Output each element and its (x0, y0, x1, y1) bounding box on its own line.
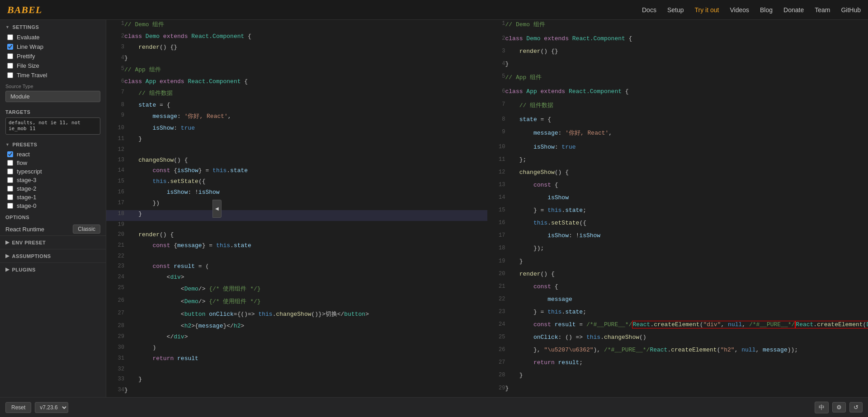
table-row: 13 changeShow() { (106, 156, 487, 167)
filesize-checkbox[interactable] (7, 63, 13, 69)
preset-flow[interactable]: flow (0, 159, 106, 167)
preset-stage3[interactable]: stage-3 (0, 176, 106, 184)
footer-left: Reset v7.23.6 (5, 402, 68, 413)
table-row: 25 <Demo/> {/* 使用组件 */} (106, 284, 487, 297)
nav-videos[interactable]: Videos (730, 6, 749, 14)
table-row: 32 (106, 365, 487, 375)
table-row: 7 // 组件数据 (487, 101, 868, 116)
main-area: ▼ SETTINGS Evaluate Line Wrap Prettify F… (0, 20, 868, 397)
preset-flow-checkbox[interactable] (7, 160, 13, 166)
evaluate-label: Evaluate (17, 34, 40, 41)
table-row: 8 state = { (106, 101, 487, 112)
prettify-checkbox[interactable] (7, 53, 13, 59)
targets-label: TARGETS (5, 109, 30, 115)
table-row: 28 } (487, 371, 868, 384)
timetravel-option[interactable]: Time Travel (0, 70, 106, 80)
table-row: 15 } = this.state; (487, 206, 868, 219)
chinese-icon-button[interactable]: 中 (815, 402, 829, 413)
table-row: 30 ) (106, 344, 487, 355)
table-row: 12 changeShow() { (487, 169, 868, 181)
preset-stage2[interactable]: stage-2 (0, 184, 106, 193)
table-row: 6class App extends React.Component { (106, 78, 487, 89)
table-row: 22 (106, 253, 487, 262)
preset-stage1-label: stage-1 (17, 194, 36, 201)
table-row: 4} (106, 54, 487, 65)
module-button[interactable]: Module (5, 91, 100, 102)
preset-typescript-label: typescript (17, 168, 42, 175)
table-row: 18 }); (487, 244, 868, 257)
filesize-label: File Size (17, 62, 39, 69)
reset-button[interactable]: Reset (5, 402, 31, 413)
nav-setup[interactable]: Setup (667, 6, 684, 14)
table-row: 14 isShow (487, 194, 868, 206)
table-row: 7 // 组件数据 (106, 89, 487, 101)
settings-label: SETTINGS (12, 24, 39, 30)
preset-stage3-label: stage-3 (17, 177, 36, 183)
table-row: 20 render() { (106, 231, 487, 242)
table-row: 27 return result; (487, 359, 868, 371)
evaluate-option[interactable]: Evaluate (0, 33, 106, 42)
timetravel-checkbox[interactable] (7, 72, 13, 78)
nav-github[interactable]: GitHub (841, 6, 861, 14)
prettify-option[interactable]: Prettify (0, 52, 106, 61)
linewrap-checkbox[interactable] (7, 44, 13, 50)
preset-stage3-checkbox[interactable] (7, 177, 13, 183)
table-row: 11 }; (487, 156, 868, 169)
table-row: 24 <div> (106, 273, 487, 284)
presets-section[interactable]: ▼ PRESETS (0, 137, 106, 150)
nav-team[interactable]: Team (815, 6, 830, 14)
preset-typescript-checkbox[interactable] (7, 169, 13, 174)
assumptions-arrow: ▶ (5, 253, 9, 259)
preset-flow-label: flow (17, 159, 27, 166)
filesize-option[interactable]: File Size (0, 61, 106, 70)
plugins-section[interactable]: ▶ PLUGINS (0, 262, 106, 276)
nav-docs[interactable]: Docs (642, 6, 656, 14)
babel-logo: BABEL (7, 4, 42, 16)
targets-input[interactable]: defaults, not ie 11, not ie_mob 11 (5, 117, 100, 135)
input-panel[interactable]: 1// Demo 组件 2class Demo extends React.Co… (106, 20, 487, 397)
table-row: 34} (106, 386, 487, 397)
table-row: 2class Demo extends React.Component { (106, 33, 487, 43)
nav-donate[interactable]: Donate (783, 6, 804, 14)
preset-typescript[interactable]: typescript (0, 167, 106, 176)
table-row: 1// Demo 组件 (106, 20, 487, 33)
preset-stage0-checkbox[interactable] (7, 203, 13, 209)
source-type-label: Source Type (0, 80, 106, 91)
table-row: 16 this.setState({ (487, 219, 868, 232)
table-row: 21 const {message} = this.state (106, 242, 487, 253)
table-row: 19 } (487, 258, 868, 270)
version-select[interactable]: v7.23.6 (35, 402, 68, 413)
preset-stage0[interactable]: stage-0 (0, 201, 106, 210)
table-row: 29 </div> (106, 333, 487, 344)
preset-stage2-checkbox[interactable] (7, 186, 13, 192)
evaluate-checkbox[interactable] (7, 34, 13, 40)
preset-react[interactable]: react (0, 150, 106, 159)
preset-react-checkbox[interactable] (7, 151, 13, 157)
settings-section[interactable]: ▼ SETTINGS (0, 20, 106, 33)
collapse-button[interactable]: ◀ (212, 200, 222, 218)
table-row: 8 state = { (487, 116, 868, 128)
linewrap-option[interactable]: Line Wrap (0, 42, 106, 52)
refresh-icon-button[interactable]: ↺ (849, 402, 863, 412)
table-row: 1// Demo 组件 (487, 20, 868, 35)
assumptions-section[interactable]: ▶ ASSUMPTIONS (0, 249, 106, 262)
nav-tryitout[interactable]: Try it out (695, 6, 719, 14)
table-row: 19 (106, 221, 487, 231)
footer: Reset v7.23.6 中 ⚙ ↺ (0, 397, 868, 417)
settings-icon-button[interactable]: ⚙ (832, 402, 846, 412)
presets-arrow: ▼ (5, 142, 9, 147)
classic-button[interactable]: Classic (73, 225, 100, 234)
table-row: 23 const result = ( (106, 262, 487, 273)
output-panel[interactable]: 1// Demo 组件 2class Demo extends React.Co… (487, 20, 868, 397)
react-runtime-option: React Runtime Classic (0, 223, 106, 235)
main-nav: Docs Setup Try it out Videos Blog Donate… (642, 6, 861, 14)
nav-blog[interactable]: Blog (760, 6, 773, 14)
preset-stage1-checkbox[interactable] (7, 194, 13, 200)
presets-label: PRESETS (12, 142, 37, 147)
table-row: 5// App 组件 (487, 73, 868, 88)
table-row: 4} (487, 60, 868, 73)
env-preset-section[interactable]: ▶ ENV PRESET (0, 235, 106, 249)
preset-stage1[interactable]: stage-1 (0, 193, 106, 201)
preset-react-label: react (17, 151, 30, 158)
table-row: 10 isShow: true (106, 124, 487, 135)
